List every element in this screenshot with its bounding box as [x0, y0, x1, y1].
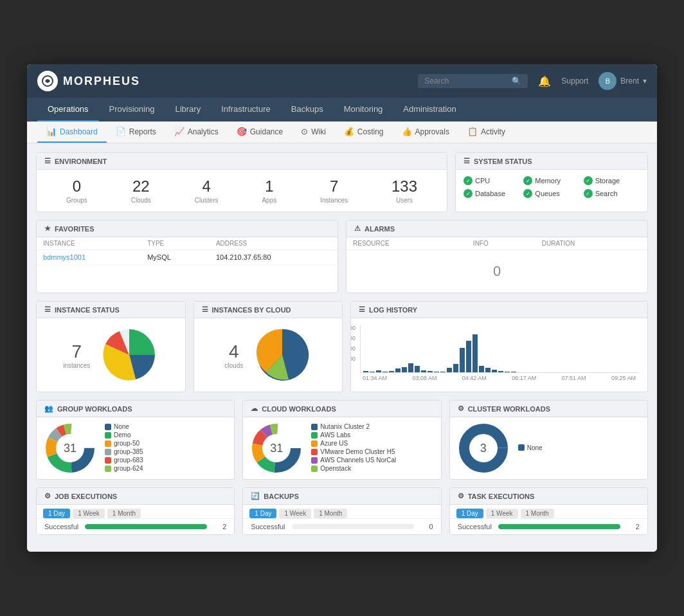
log-history-chart-area: 60004500300015000 [351, 318, 647, 390]
group-icon: 👥 [44, 404, 53, 413]
environment-panel: ☰ ENVIRONMENT 0 Groups 22 Clouds 4 Clust… [36, 152, 447, 212]
status-label-storage: Storage [595, 177, 620, 185]
status-label-queues: Queues [535, 190, 560, 197]
nav-top-provisioning[interactable]: Provisioning [99, 98, 165, 122]
backups-tab-1week[interactable]: 1 Week [279, 509, 311, 518]
instance-status-panel: ☰ INSTANCE STATUS 7 instances [36, 301, 186, 392]
search-input[interactable] [424, 77, 508, 86]
group-workloads-header: 👥 GROUP WORKLOADS [37, 401, 234, 417]
nav-top-monitoring[interactable]: Monitoring [334, 98, 393, 122]
stat-clouds: 22 Clouds [131, 177, 151, 204]
table-row: bdmmys1001 MySQL 104.210.37.65:80 [37, 250, 338, 265]
stat-apps: 1 Apps [262, 177, 276, 204]
stat-clouds-label: Clouds [131, 197, 151, 204]
guidance-icon: 🎯 [237, 127, 247, 136]
search-icon[interactable]: 🔍 [512, 77, 521, 86]
wiki-icon: ⊙ [301, 127, 308, 136]
bar [440, 372, 446, 372]
stat-instances: 7 Instances [320, 177, 348, 204]
nav-sub-dashboard-label: Dashboard [60, 127, 98, 136]
user-button[interactable]: B Brent ▾ [598, 72, 647, 90]
bar [363, 371, 368, 372]
col-duration: DURATION [536, 237, 647, 250]
app-name: MORPHEUS [63, 75, 140, 88]
nav-top-administration[interactable]: Administration [393, 98, 466, 122]
nav-top-operations[interactable]: Operations [37, 98, 99, 122]
nav-sub-guidance[interactable]: 🎯 Guidance [228, 122, 292, 143]
status-cpu: ✓ CPU [464, 176, 519, 185]
legend-item: AWS Channels US NorCal [311, 457, 396, 464]
instance-status-header: ☰ INSTANCE STATUS [37, 302, 185, 318]
log-history-panel: ☰ LOG HISTORY 60004500300015000 [350, 301, 648, 392]
task-tab-1week[interactable]: 1 Week [486, 509, 518, 518]
activity-icon: 📋 [467, 127, 478, 136]
job-exec-count: 2 [213, 523, 226, 530]
nav-sub-guidance-label: Guidance [250, 127, 283, 136]
job-tab-1month[interactable]: 1 Month [107, 509, 141, 518]
legend-item: None [105, 423, 143, 430]
cloud-count-label: clouds [224, 362, 243, 369]
list-icon: ☰ [44, 305, 51, 314]
support-button[interactable]: Support [561, 77, 588, 86]
nav-sub-approvals[interactable]: 👍 Approvals [393, 122, 458, 143]
bell-icon[interactable]: 🔔 [538, 75, 551, 87]
job-tab-1week[interactable]: 1 Week [73, 509, 105, 518]
status-search: ✓ Search [584, 189, 640, 198]
nav-sub-analytics[interactable]: 📈 Analytics [165, 122, 228, 143]
environment-header: ☰ ENVIRONMENT [37, 153, 447, 170]
star-icon: ★ [44, 224, 51, 233]
status-dot-storage: ✓ [584, 176, 593, 185]
backups-exec-header: 🔄 BACKUPS [243, 488, 440, 505]
status-memory: ✓ Memory [523, 176, 579, 185]
status-dot-search: ✓ [584, 189, 593, 198]
task-tab-1month[interactable]: 1 Month [521, 509, 554, 518]
nav-top-library[interactable]: Library [165, 98, 211, 122]
job-exec-tabs: 1 Day 1 Week 1 Month [37, 505, 234, 518]
backups-tab-1day[interactable]: 1 Day [249, 509, 276, 518]
backups-exec-bar-wrap [292, 524, 414, 529]
nav-sub-activity[interactable]: 📋 Activity [458, 122, 514, 143]
x-axis-labels: 01:34 AM03:08 AM04:42 AM06:17 AM07:51 AM… [360, 373, 638, 383]
nav-sub: 📊 Dashboard 📄 Reports 📈 Analytics 🎯 Guid… [27, 122, 657, 143]
cloud-workloads-chart: 31 Nutanix Cluster 2 AWS Labs Azure US V… [243, 417, 440, 479]
status-label-database: Database [475, 190, 505, 197]
environment-icon: ☰ [44, 157, 51, 165]
alarms-empty-value: 0 [346, 250, 647, 293]
cluster-workloads-panel: ⚙ CLUSTER WORKLOADS 3 None [449, 400, 648, 480]
task-tab-1day[interactable]: 1 Day [456, 509, 483, 518]
search-box[interactable]: 🔍 [418, 74, 528, 88]
alarms-panel: ⚠ ALARMS RESOURCE INFO DURATION 0 [346, 220, 648, 293]
legend-item: None [518, 444, 543, 451]
bar [370, 372, 375, 372]
logo-icon [37, 71, 58, 91]
nav-top-infrastructure[interactable]: Infrastructure [211, 98, 281, 122]
instances-cloud-header: ☰ INSTANCES BY CLOUD [194, 302, 343, 318]
cloud-donut: 31 [251, 422, 302, 474]
system-status-title: SYSTEM STATUS [474, 158, 532, 165]
backups-exec-panel: 🔄 BACKUPS 1 Day 1 Week 1 Month Successfu… [242, 487, 441, 535]
chevron-down-icon: ▾ [643, 77, 647, 86]
job-icon: ⚙ [44, 492, 51, 500]
legend-item: group-385 [105, 448, 143, 455]
stat-apps-label: Apps [262, 197, 276, 204]
instance-count-label: instances [63, 362, 90, 369]
status-dot-queues: ✓ [523, 189, 532, 198]
group-workloads-chart: 31 None Demo group-50 group-385 group-68… [37, 417, 234, 479]
status-dot-memory: ✓ [523, 176, 532, 185]
fav-instance-link[interactable]: bdmmys1001 [37, 250, 141, 265]
row-executions: ⚙ JOB EXECUTIONS 1 Day 1 Week 1 Month Su… [36, 487, 648, 535]
task-exec-tabs: 1 Day 1 Week 1 Month [450, 505, 647, 518]
nav-sub-reports[interactable]: 📄 Reports [107, 122, 165, 143]
bar [479, 366, 484, 373]
backups-tab-1month[interactable]: 1 Month [314, 509, 347, 518]
backups-exec-label: Successful [251, 523, 285, 530]
nav-sub-dashboard[interactable]: 📊 Dashboard [37, 122, 107, 143]
nav-sub-wiki[interactable]: ⊙ Wiki [292, 122, 335, 143]
nav-top-backups[interactable]: Backups [281, 98, 334, 122]
job-tab-1day[interactable]: 1 Day [43, 509, 70, 518]
nav-sub-analytics-label: Analytics [188, 127, 219, 136]
bar [428, 371, 433, 372]
nav-sub-costing[interactable]: 💰 Costing [335, 122, 393, 143]
nav-sub-reports-label: Reports [129, 127, 156, 136]
costing-icon: 💰 [344, 127, 354, 136]
